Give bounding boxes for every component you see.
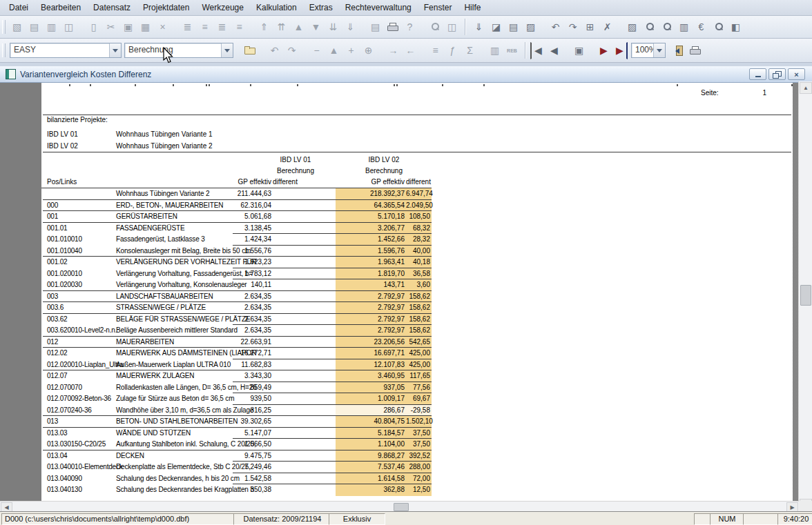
remove-position-icon[interactable]: − [308, 42, 325, 59]
page-copy-icon[interactable]: ▤ [505, 19, 522, 36]
print-icon[interactable] [384, 19, 401, 36]
minimize-button[interactable] [749, 68, 766, 80]
menu-item-datei[interactable]: Datei [3, 1, 35, 15]
menu-item-kalkulation[interactable]: Kalkulation [250, 1, 303, 15]
nav-last-icon[interactable]: ▶ [612, 42, 628, 59]
copy-icon[interactable]: ▣ [119, 19, 137, 36]
menu-item-projektdaten[interactable]: Projektdaten [137, 1, 195, 15]
statistics-icon[interactable]: ▥ [486, 42, 503, 59]
variant-combobox[interactable]: EASY [10, 43, 122, 58]
table-row: Wohnhaus Tübingen Variante 2211.444,6321… [41, 188, 432, 200]
paste-icon[interactable]: ▦ [137, 19, 154, 36]
zoom-combobox[interactable]: 100% [631, 43, 666, 58]
tree-demote-icon[interactable]: ≡ [231, 19, 248, 36]
add-sub-position-icon[interactable]: ⊕ [360, 42, 377, 59]
toolbar-grip[interactable] [2, 20, 6, 34]
window-tiles-icon[interactable]: ⊞ [581, 19, 599, 36]
report-view-icon[interactable]: ▤ [26, 19, 43, 36]
menu-item-datensatz[interactable]: Datensatz [87, 1, 137, 15]
print-preview-icon[interactable]: ▤ [367, 19, 384, 36]
print-report-icon[interactable] [686, 42, 704, 59]
layout-columns-icon[interactable]: ◫ [443, 19, 461, 36]
row-different-lv01 [273, 337, 298, 348]
page-edit-icon[interactable]: ▨ [522, 19, 539, 36]
page-forward-icon[interactable]: ▥ [675, 19, 693, 36]
redo-branch-icon[interactable]: ↷ [564, 19, 581, 36]
user-page-icon[interactable]: ◧ [727, 19, 744, 36]
tree-insert-icon[interactable]: ≣ [179, 19, 196, 36]
scroll-up-icon[interactable]: ▲ [800, 82, 812, 94]
script-edit-icon[interactable]: ▨ [624, 19, 641, 36]
project-book-icon[interactable]: ◫ [60, 19, 77, 36]
scroll-left-icon[interactable]: ◀ [1, 502, 12, 512]
help-icon[interactable]: ? [401, 19, 418, 36]
move-down-icon[interactable]: ▼ [307, 19, 325, 36]
zoom-query-icon[interactable] [658, 19, 675, 36]
move-down-fast-icon[interactable]: ⇊ [325, 19, 342, 36]
row-code: 012 [47, 337, 116, 348]
redo-icon[interactable]: ↷ [283, 42, 300, 59]
add-position-icon[interactable]: + [342, 42, 360, 59]
toolbar-grip[interactable] [2, 43, 6, 57]
vertical-scrollbar[interactable]: ▲ ▼ [798, 81, 812, 511]
menu-item-rechteverwaltung[interactable]: Rechteverwaltung [339, 1, 418, 15]
undo-branch-icon[interactable]: ↶ [547, 19, 564, 36]
formula-icon[interactable]: ƒ [444, 42, 461, 59]
archive-book-icon[interactable]: ◪ [487, 19, 505, 36]
tree-outline-icon[interactable]: ≡ [196, 19, 213, 36]
close-preview-icon[interactable] [669, 42, 686, 59]
row-different-lv02: 37,50 [406, 428, 432, 439]
row-gp-effektiv-lv01: 211.444,63 [233, 188, 273, 200]
table-euro-icon[interactable]: € [693, 19, 710, 36]
new-document-icon[interactable]: ▯ [85, 19, 102, 36]
insert-position-icon[interactable]: ▲ [325, 42, 342, 59]
menu-item-fenster[interactable]: Fenster [418, 1, 458, 15]
move-bottom-icon[interactable]: ⇓ [342, 19, 359, 36]
chevron-down-icon[interactable] [221, 43, 233, 57]
restore-button[interactable] [768, 68, 786, 80]
image-view-icon[interactable]: ▥ [43, 19, 60, 36]
move-up-fast-icon[interactable]: ⇈ [273, 19, 290, 36]
view-combobox[interactable]: Berechnung [124, 43, 233, 58]
menu-item-extras[interactable]: Extras [303, 1, 339, 15]
delete-icon[interactable]: × [154, 19, 171, 36]
close-button[interactable]: × [788, 68, 805, 80]
list-numbering-icon[interactable]: ≡ [427, 42, 444, 59]
nav-next-icon[interactable]: ▶ [595, 42, 612, 59]
move-up-icon[interactable]: ▲ [290, 19, 307, 36]
child-window-titlebar[interactable]: Variantenvergleich Kosten Differenz × [0, 66, 812, 83]
row-different-lv02: 36,58 [406, 268, 432, 280]
menu-item-hilfe[interactable]: Hilfe [458, 1, 487, 15]
window-controls: × [749, 68, 805, 80]
import-record-icon[interactable]: ⇓ [470, 19, 487, 36]
nav-first-icon[interactable]: ◀ [530, 42, 545, 59]
row-different-lv01 [273, 314, 298, 326]
unpin-icon[interactable]: ✗ [599, 19, 616, 36]
menu-item-bearbeiten[interactable]: Bearbeiten [35, 1, 87, 15]
tree-promote-icon[interactable]: ≣ [213, 19, 231, 36]
row-description: Deckenplatte als Elementdecke, Stb C 20/… [116, 462, 233, 473]
horizontal-scrollbar[interactable]: ◀ ▶ [0, 501, 799, 512]
window-preview-icon[interactable]: ▧ [8, 19, 26, 36]
scroll-right-icon[interactable]: ▶ [786, 502, 798, 512]
zoom-page-icon[interactable] [710, 19, 727, 36]
indent-left-icon[interactable]: ← [402, 42, 419, 59]
search-icon[interactable] [426, 19, 443, 36]
reb-icon[interactable]: REB [503, 42, 521, 59]
undo-icon[interactable]: ↶ [266, 42, 283, 59]
open-variant-icon[interactable] [241, 42, 258, 59]
horizontal-scroll-thumb[interactable] [394, 503, 409, 511]
menu-item-werkzeuge[interactable]: Werkzeuge [195, 1, 249, 15]
move-top-icon[interactable]: ⇑ [255, 19, 273, 36]
nav-prev-icon[interactable]: ◀ [545, 42, 563, 59]
chevron-down-icon[interactable] [653, 43, 665, 57]
row-description: Schalung des Deckenrandes bei Kragplatte… [116, 484, 233, 496]
project-code: IBD LV 02 [47, 142, 78, 150]
sum-icon[interactable]: Σ [461, 42, 478, 59]
zoom-search-icon[interactable] [641, 19, 658, 36]
cut-icon[interactable]: ✂ [102, 19, 119, 36]
chevron-down-icon[interactable] [109, 43, 121, 57]
indent-right-icon[interactable]: → [385, 42, 402, 59]
copy-record-icon[interactable]: ▣ [570, 42, 588, 59]
vertical-scroll-thumb[interactable] [800, 285, 811, 306]
